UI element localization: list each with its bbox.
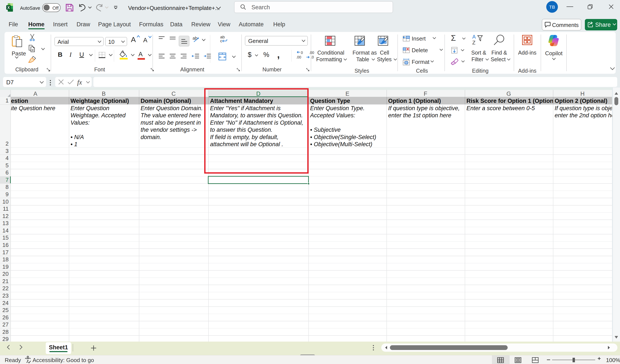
svg-text:.00: .00: [296, 55, 301, 59]
svg-text:.00: .00: [309, 51, 314, 55]
svg-text:c: c: [220, 39, 222, 43]
svg-text:.0: .0: [311, 55, 314, 59]
svg-text:0: 0: [301, 51, 303, 55]
svg-text:X: X: [7, 6, 10, 10]
svg-text:Z: Z: [472, 40, 476, 46]
svg-text:A: A: [472, 34, 476, 40]
